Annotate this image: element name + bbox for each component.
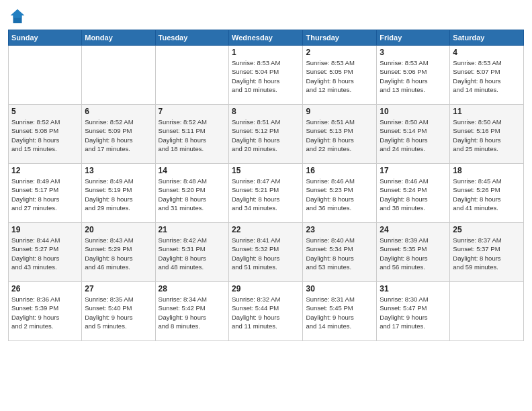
day-info: Sunrise: 8:36 AM Sunset: 5:39 PM Dayligh… xyxy=(11,295,79,330)
calendar-cell: 19Sunrise: 8:44 AM Sunset: 5:27 PM Dayli… xyxy=(9,223,82,282)
calendar-header-row: SundayMondayTuesdayWednesdayThursdayFrid… xyxy=(9,30,524,46)
day-number: 23 xyxy=(306,225,373,234)
day-number: 11 xyxy=(453,107,521,116)
logo-icon xyxy=(8,7,27,26)
header-day-friday: Friday xyxy=(377,30,450,46)
calendar-week-0: 1Sunrise: 8:53 AM Sunset: 5:04 PM Daylig… xyxy=(9,46,524,105)
day-number: 17 xyxy=(380,166,447,175)
calendar-cell: 25Sunrise: 8:37 AM Sunset: 5:37 PM Dayli… xyxy=(450,223,524,282)
day-number: 10 xyxy=(380,107,447,116)
calendar-cell: 4Sunrise: 8:53 AM Sunset: 5:07 PM Daylig… xyxy=(450,46,524,105)
day-info: Sunrise: 8:32 AM Sunset: 5:44 PM Dayligh… xyxy=(232,295,300,330)
calendar-cell: 11Sunrise: 8:50 AM Sunset: 5:16 PM Dayli… xyxy=(450,105,524,164)
calendar-cell: 29Sunrise: 8:32 AM Sunset: 5:44 PM Dayli… xyxy=(229,282,303,341)
day-number: 25 xyxy=(453,225,521,234)
day-number: 14 xyxy=(159,166,226,175)
day-number: 21 xyxy=(159,225,226,234)
day-info: Sunrise: 8:52 AM Sunset: 5:09 PM Dayligh… xyxy=(85,118,152,153)
day-number: 19 xyxy=(11,225,79,234)
day-number: 3 xyxy=(380,48,447,57)
header xyxy=(8,7,524,26)
calendar-cell: 1Sunrise: 8:53 AM Sunset: 5:04 PM Daylig… xyxy=(229,46,303,105)
calendar-cell: 24Sunrise: 8:39 AM Sunset: 5:35 PM Dayli… xyxy=(377,223,450,282)
day-info: Sunrise: 8:53 AM Sunset: 5:06 PM Dayligh… xyxy=(380,58,447,94)
day-info: Sunrise: 8:31 AM Sunset: 5:45 PM Dayligh… xyxy=(306,295,373,330)
calendar-cell: 17Sunrise: 8:46 AM Sunset: 5:24 PM Dayli… xyxy=(377,164,450,223)
day-number: 13 xyxy=(85,166,152,175)
day-number: 29 xyxy=(232,284,300,293)
day-number: 7 xyxy=(159,107,226,116)
day-number: 4 xyxy=(453,48,521,57)
calendar-cell: 23Sunrise: 8:40 AM Sunset: 5:34 PM Dayli… xyxy=(303,223,377,282)
calendar-week-2: 12Sunrise: 8:49 AM Sunset: 5:17 PM Dayli… xyxy=(9,164,524,223)
day-info: Sunrise: 8:53 AM Sunset: 5:04 PM Dayligh… xyxy=(232,58,300,94)
day-number: 15 xyxy=(232,166,300,175)
day-info: Sunrise: 8:35 AM Sunset: 5:40 PM Dayligh… xyxy=(85,295,152,330)
day-number: 18 xyxy=(453,166,521,175)
day-info: Sunrise: 8:50 AM Sunset: 5:16 PM Dayligh… xyxy=(453,118,521,153)
calendar-week-4: 26Sunrise: 8:36 AM Sunset: 5:39 PM Dayli… xyxy=(9,282,524,341)
day-number: 28 xyxy=(159,284,226,293)
calendar-cell xyxy=(450,282,524,341)
header-day-sunday: Sunday xyxy=(9,30,82,46)
day-info: Sunrise: 8:47 AM Sunset: 5:21 PM Dayligh… xyxy=(232,177,300,212)
day-number: 6 xyxy=(85,107,152,116)
svg-marker-1 xyxy=(11,9,25,18)
day-info: Sunrise: 8:45 AM Sunset: 5:26 PM Dayligh… xyxy=(453,177,521,212)
calendar-cell: 13Sunrise: 8:49 AM Sunset: 5:19 PM Dayli… xyxy=(82,164,155,223)
calendar-cell: 10Sunrise: 8:50 AM Sunset: 5:14 PM Dayli… xyxy=(377,105,450,164)
day-info: Sunrise: 8:44 AM Sunset: 5:27 PM Dayligh… xyxy=(11,236,79,271)
header-day-tuesday: Tuesday xyxy=(155,30,228,46)
day-info: Sunrise: 8:40 AM Sunset: 5:34 PM Dayligh… xyxy=(306,236,373,271)
calendar-cell: 18Sunrise: 8:45 AM Sunset: 5:26 PM Dayli… xyxy=(450,164,524,223)
calendar-cell: 9Sunrise: 8:51 AM Sunset: 5:13 PM Daylig… xyxy=(303,105,377,164)
day-info: Sunrise: 8:42 AM Sunset: 5:31 PM Dayligh… xyxy=(159,236,226,271)
header-day-thursday: Thursday xyxy=(303,30,377,46)
calendar-week-3: 19Sunrise: 8:44 AM Sunset: 5:27 PM Dayli… xyxy=(9,223,524,282)
day-number: 2 xyxy=(306,48,373,57)
day-info: Sunrise: 8:50 AM Sunset: 5:14 PM Dayligh… xyxy=(380,118,447,153)
calendar-cell: 20Sunrise: 8:43 AM Sunset: 5:29 PM Dayli… xyxy=(82,223,155,282)
page: SundayMondayTuesdayWednesdayThursdayFrid… xyxy=(0,0,532,411)
calendar-cell: 16Sunrise: 8:46 AM Sunset: 5:23 PM Dayli… xyxy=(303,164,377,223)
day-info: Sunrise: 8:53 AM Sunset: 5:07 PM Dayligh… xyxy=(453,58,521,94)
calendar-cell: 12Sunrise: 8:49 AM Sunset: 5:17 PM Dayli… xyxy=(9,164,82,223)
header-day-monday: Monday xyxy=(82,30,155,46)
day-info: Sunrise: 8:49 AM Sunset: 5:19 PM Dayligh… xyxy=(85,177,152,212)
calendar-cell: 14Sunrise: 8:48 AM Sunset: 5:20 PM Dayli… xyxy=(155,164,228,223)
calendar-cell xyxy=(82,46,155,105)
day-number: 16 xyxy=(306,166,373,175)
logo xyxy=(8,7,30,26)
day-number: 22 xyxy=(232,225,300,234)
day-number: 24 xyxy=(380,225,447,234)
day-number: 27 xyxy=(85,284,152,293)
calendar-cell: 30Sunrise: 8:31 AM Sunset: 5:45 PM Dayli… xyxy=(303,282,377,341)
day-info: Sunrise: 8:30 AM Sunset: 5:47 PM Dayligh… xyxy=(380,295,447,330)
header-day-saturday: Saturday xyxy=(450,30,524,46)
calendar-cell: 7Sunrise: 8:52 AM Sunset: 5:11 PM Daylig… xyxy=(155,105,228,164)
calendar-cell xyxy=(155,46,228,105)
header-day-wednesday: Wednesday xyxy=(229,30,303,46)
day-info: Sunrise: 8:49 AM Sunset: 5:17 PM Dayligh… xyxy=(11,177,79,212)
day-info: Sunrise: 8:34 AM Sunset: 5:42 PM Dayligh… xyxy=(159,295,226,330)
day-info: Sunrise: 8:37 AM Sunset: 5:37 PM Dayligh… xyxy=(453,236,521,271)
day-number: 30 xyxy=(306,284,373,293)
calendar-cell: 2Sunrise: 8:53 AM Sunset: 5:05 PM Daylig… xyxy=(303,46,377,105)
day-info: Sunrise: 8:48 AM Sunset: 5:20 PM Dayligh… xyxy=(159,177,226,212)
day-info: Sunrise: 8:53 AM Sunset: 5:05 PM Dayligh… xyxy=(306,58,373,94)
day-number: 1 xyxy=(232,48,300,57)
day-info: Sunrise: 8:46 AM Sunset: 5:24 PM Dayligh… xyxy=(380,177,447,212)
calendar-cell: 3Sunrise: 8:53 AM Sunset: 5:06 PM Daylig… xyxy=(377,46,450,105)
day-info: Sunrise: 8:43 AM Sunset: 5:29 PM Dayligh… xyxy=(85,236,152,271)
day-info: Sunrise: 8:51 AM Sunset: 5:13 PM Dayligh… xyxy=(306,118,373,153)
calendar-cell: 6Sunrise: 8:52 AM Sunset: 5:09 PM Daylig… xyxy=(82,105,155,164)
calendar-cell xyxy=(9,46,82,105)
calendar-cell: 5Sunrise: 8:52 AM Sunset: 5:08 PM Daylig… xyxy=(9,105,82,164)
calendar-cell: 15Sunrise: 8:47 AM Sunset: 5:21 PM Dayli… xyxy=(229,164,303,223)
calendar-cell: 8Sunrise: 8:51 AM Sunset: 5:12 PM Daylig… xyxy=(229,105,303,164)
calendar-cell: 28Sunrise: 8:34 AM Sunset: 5:42 PM Dayli… xyxy=(155,282,228,341)
day-number: 5 xyxy=(11,107,79,116)
day-number: 20 xyxy=(85,225,152,234)
day-number: 8 xyxy=(232,107,300,116)
day-number: 26 xyxy=(11,284,79,293)
